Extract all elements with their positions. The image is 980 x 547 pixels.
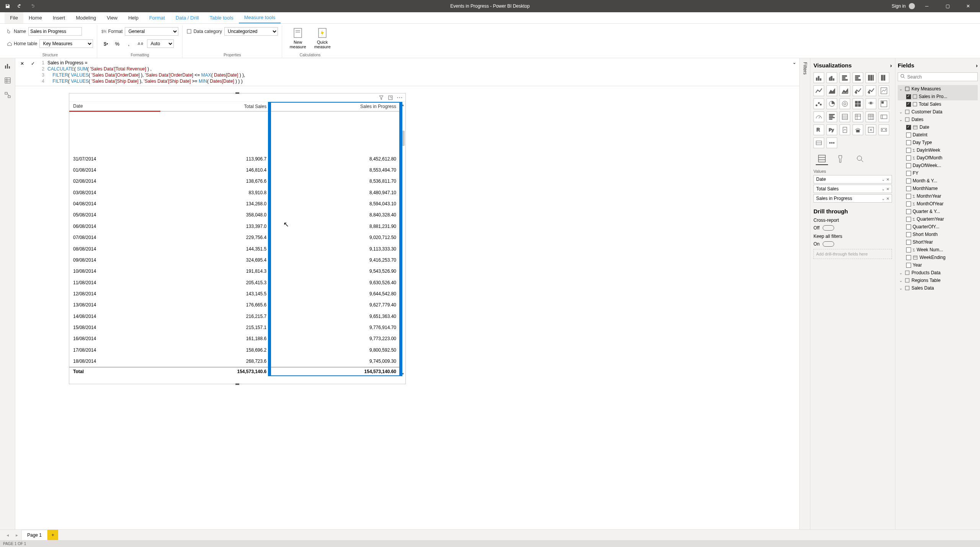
field-year[interactable]: Year — [898, 261, 978, 269]
col-header-sales-in-progress[interactable]: Sales in Progress — [270, 102, 400, 111]
viz-type-icon[interactable] — [826, 72, 837, 83]
add-page-button[interactable]: ＋ — [47, 530, 58, 540]
viz-type-icon[interactable] — [840, 111, 850, 122]
field-dateint[interactable]: DateInt — [898, 131, 978, 139]
data-view-button[interactable] — [3, 76, 12, 85]
table-row[interactable]: 17/08/2014158,696.29,800,592.50 — [69, 344, 400, 355]
checkbox-icon[interactable] — [906, 201, 911, 206]
checkbox-icon[interactable] — [906, 148, 911, 153]
viz-type-icon[interactable] — [866, 111, 876, 122]
pane-collapse-icon[interactable]: › — [890, 62, 892, 69]
checkbox-icon[interactable] — [906, 263, 911, 268]
tab-file[interactable]: File — [5, 12, 23, 23]
viz-type-icon[interactable] — [840, 98, 850, 109]
viz-type-icon[interactable] — [853, 111, 863, 122]
report-canvas[interactable]: ⋯ Date Total Sales Sales in Progress 31/… — [15, 86, 799, 529]
well-value-sales-in-progress[interactable]: Sales in Progress⌄✕ — [813, 194, 892, 203]
checkbox-icon[interactable] — [906, 133, 911, 138]
field-dayofweek-[interactable]: DayOfWeek... — [898, 162, 978, 169]
tab-data-drill[interactable]: Data / Drill — [170, 12, 204, 23]
table-row[interactable]: 15/08/2014215,157.19,776,914.70 — [69, 322, 400, 333]
tab-measure-tools[interactable]: Measure tools — [239, 12, 281, 23]
table-row[interactable]: 12/08/2014143,145.59,644,542.80 — [69, 288, 400, 299]
remove-field-icon[interactable]: ✕ — [886, 187, 889, 191]
field-monthofyear[interactable]: ΣMonthOfYear — [898, 200, 978, 208]
signin-link[interactable]: Sign in — [892, 3, 906, 9]
well-value-total-sales[interactable]: Total Sales⌄✕ — [813, 185, 892, 193]
table-row[interactable]: 13/08/2014176,665.69,627,779.40 — [69, 300, 400, 311]
checkbox-icon[interactable] — [906, 209, 911, 214]
format-select[interactable]: General — [125, 27, 178, 36]
next-page-button[interactable]: ▸ — [12, 530, 21, 540]
model-view-button[interactable] — [3, 90, 12, 100]
tab-help[interactable]: Help — [123, 12, 144, 23]
formula-cancel-button[interactable]: ✕ — [18, 60, 26, 67]
pane-collapse-icon[interactable]: › — [976, 62, 978, 69]
fields-search[interactable] — [898, 72, 978, 81]
analytics-tab-button[interactable] — [854, 153, 866, 165]
table-key-measures[interactable]: ⌄Key Measures — [898, 85, 978, 93]
viz-type-icon[interactable] — [853, 72, 863, 83]
checkbox-icon[interactable] — [906, 194, 911, 199]
scroll-down-button[interactable]: ▾ — [400, 371, 405, 376]
table-row[interactable]: 02/08/2014138,676.68,536,811.70 — [69, 176, 400, 187]
field-quarternyear[interactable]: ΣQuarternYear — [898, 215, 978, 223]
table-regions-table[interactable]: ⌄Regions Table — [898, 277, 978, 284]
field-date[interactable]: ⌄Date — [898, 123, 978, 131]
tab-modeling[interactable]: Modeling — [70, 12, 101, 23]
table-row[interactable]: 31/07/2014113,906.78,452,612.80 — [69, 153, 400, 164]
decimal-places-select[interactable]: Auto — [147, 39, 174, 48]
field-weekending[interactable]: WeekEnding — [898, 254, 978, 261]
viz-type-icon[interactable] — [866, 98, 876, 109]
field-monthname[interactable]: MonthName — [898, 185, 978, 192]
name-input[interactable] — [28, 27, 82, 36]
field-monthnyear[interactable]: ΣMonthnYear — [898, 192, 978, 200]
field-day-type[interactable]: Day Type — [898, 139, 978, 146]
prev-page-button[interactable]: ◂ — [3, 530, 12, 540]
viz-type-icon[interactable] — [866, 124, 876, 135]
table-row[interactable]: 18/08/2014268,723.69,745,009.30 — [69, 355, 400, 367]
report-view-button[interactable] — [3, 61, 12, 70]
tab-home[interactable]: Home — [23, 12, 47, 23]
viz-type-icon[interactable] — [813, 111, 824, 122]
save-icon[interactable] — [5, 3, 11, 9]
checkbox-icon[interactable] — [906, 186, 911, 191]
table-visual[interactable]: ⋯ Date Total Sales Sales in Progress 31/… — [69, 93, 406, 384]
table-row[interactable]: 10/08/2014191,814.39,543,526.90 — [69, 266, 400, 277]
close-button[interactable]: ✕ — [959, 0, 977, 12]
chevron-down-icon[interactable]: ⌄ — [882, 187, 885, 191]
scrollbar-thumb[interactable] — [401, 131, 405, 146]
checkbox-icon[interactable] — [906, 224, 911, 229]
visual-more-icon[interactable]: ⋯ — [397, 95, 402, 100]
checkbox-icon[interactable] — [906, 232, 911, 237]
viz-type-icon[interactable] — [840, 72, 850, 83]
redo-icon[interactable] — [29, 3, 35, 9]
checkbox-icon[interactable] — [906, 94, 911, 99]
viz-type-icon[interactable] — [866, 85, 876, 96]
table-row[interactable]: 01/08/2014146,810.48,553,494.70 — [69, 164, 400, 175]
remove-field-icon[interactable]: ✕ — [886, 177, 889, 182]
field-dayinweek[interactable]: ΣDayInWeek — [898, 146, 978, 154]
viz-type-icon[interactable] — [826, 138, 837, 148]
percent-button[interactable]: % — [113, 39, 122, 48]
table-row[interactable]: 11/08/2014205,415.39,630,526.40 — [69, 277, 400, 288]
checkbox-icon[interactable] — [906, 163, 911, 168]
checkbox-icon[interactable] — [906, 255, 911, 260]
formula-bar[interactable]: ✕ ✓ 1Sales in Progress = 2CALCULATE( SUM… — [15, 58, 799, 86]
table-sales-data[interactable]: ⌄Sales Data — [898, 284, 978, 292]
viz-type-icon[interactable]: R — [813, 124, 824, 135]
tab-table-tools[interactable]: Table tools — [204, 12, 238, 23]
viz-type-icon[interactable] — [813, 98, 824, 109]
tab-format[interactable]: Format — [144, 12, 170, 23]
viz-type-icon[interactable] — [813, 85, 824, 96]
field-shortyear[interactable]: ShortYear — [898, 238, 978, 246]
currency-button[interactable]: $▾ — [101, 39, 110, 48]
decimal-decrease-button[interactable]: .0.00 — [136, 39, 145, 48]
chevron-down-icon[interactable]: ⌄ — [882, 177, 885, 182]
field-month-y-[interactable]: Month & Y... — [898, 177, 978, 185]
well-value-date[interactable]: Date⌄✕ — [813, 175, 892, 183]
field-quarterofy-[interactable]: QuarterOfY... — [898, 223, 978, 231]
viz-type-icon[interactable] — [840, 85, 850, 96]
checkbox-icon[interactable] — [906, 140, 911, 145]
viz-type-icon[interactable] — [826, 98, 837, 109]
